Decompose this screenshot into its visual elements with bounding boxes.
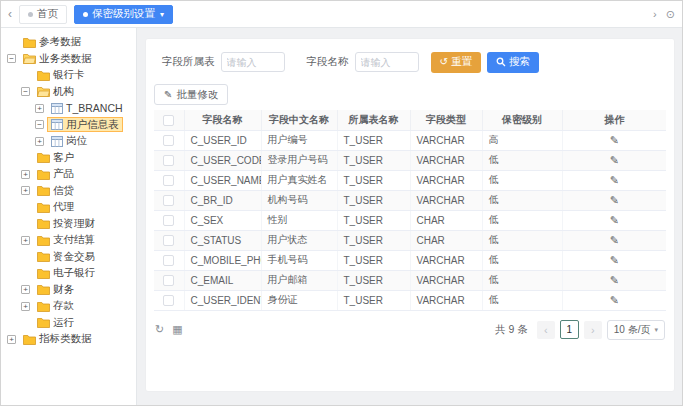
- row-checkbox[interactable]: [163, 155, 174, 166]
- search-button[interactable]: 搜索: [487, 52, 539, 73]
- tree-node-body[interactable]: 客户: [33, 150, 78, 165]
- row-checkbox[interactable]: [163, 135, 174, 146]
- tree-node-body[interactable]: 存款: [33, 299, 78, 314]
- tree-node-body[interactable]: T_BRANCH: [47, 101, 127, 116]
- edit-row-button[interactable]: ✎: [610, 275, 619, 286]
- field-name-input[interactable]: [355, 52, 419, 72]
- row-checkbox[interactable]: [163, 295, 174, 306]
- row-checkbox[interactable]: [163, 195, 174, 206]
- current-page-button[interactable]: 1: [560, 320, 579, 339]
- tab-scroll-left-icon[interactable]: ‹: [8, 7, 12, 21]
- tree-node[interactable]: 资金交易: [5, 249, 134, 266]
- tree-node-body[interactable]: 代理: [33, 200, 78, 215]
- tree-node-body[interactable]: 用户信息表: [47, 117, 123, 132]
- edit-row-button[interactable]: ✎: [610, 215, 619, 226]
- tree-node[interactable]: +岗位: [5, 133, 134, 150]
- sidebar: 参考数据−业务类数据银行卡−机构+T_BRANCH−用户信息表+岗位客户+产品+…: [1, 28, 137, 405]
- tree-node[interactable]: 投资理财: [5, 216, 134, 233]
- tree-node-body[interactable]: 投资理财: [33, 216, 99, 231]
- expand-icon[interactable]: +: [21, 170, 30, 179]
- tree-node[interactable]: +指标类数据: [5, 331, 134, 348]
- tree-node[interactable]: +支付结算: [5, 232, 134, 249]
- tab-secrecy-level-settings[interactable]: 保密级别设置 ▾: [74, 5, 173, 24]
- row-checkbox[interactable]: [163, 255, 174, 266]
- field-table-input[interactable]: [221, 52, 285, 72]
- expand-icon[interactable]: +: [35, 104, 44, 113]
- prev-page-button[interactable]: ‹: [537, 321, 555, 339]
- edit-row-button[interactable]: ✎: [610, 175, 619, 186]
- tree-node-body[interactable]: 电子银行: [33, 266, 99, 281]
- tree-node-body[interactable]: 运行: [33, 315, 78, 330]
- tree-node[interactable]: +产品: [5, 166, 134, 183]
- table-footer: ↻ ▦ 共 9 条 ‹ 1 › 10 条/页 ▾: [154, 320, 666, 340]
- tree-node[interactable]: 运行: [5, 315, 134, 332]
- refresh-icon[interactable]: ↻: [155, 323, 164, 336]
- batch-edit-label: 批量修改: [176, 88, 218, 102]
- next-page-button[interactable]: ›: [584, 321, 602, 339]
- tree-node[interactable]: +财务: [5, 282, 134, 299]
- tree-node-body[interactable]: 资金交易: [33, 249, 99, 264]
- edit-row-button[interactable]: ✎: [610, 235, 619, 246]
- batch-edit-button[interactable]: ✎ 批量修改: [154, 84, 228, 105]
- tree-node[interactable]: 代理: [5, 199, 134, 216]
- folder-icon: [37, 301, 50, 312]
- expand-icon[interactable]: +: [7, 335, 16, 344]
- tree-node[interactable]: +T_BRANCH: [5, 100, 134, 117]
- tree-node-body[interactable]: 银行卡: [33, 68, 89, 83]
- tree-node-body[interactable]: 指标类数据: [19, 332, 96, 347]
- tree-node-label: 支付结算: [53, 233, 95, 247]
- tree-node-body[interactable]: 参考数据: [19, 35, 85, 50]
- edit-row-button[interactable]: ✎: [610, 295, 619, 306]
- cell-field-name: C_USER_IDENTITY: [184, 290, 261, 310]
- row-checkbox[interactable]: [163, 175, 174, 186]
- expand-icon[interactable]: +: [21, 186, 30, 195]
- tree-node[interactable]: −机构: [5, 84, 134, 101]
- edit-row-button[interactable]: ✎: [610, 155, 619, 166]
- tree-node-body[interactable]: 信贷: [33, 183, 78, 198]
- tree-node-body[interactable]: 业务类数据: [19, 51, 96, 66]
- tab-home[interactable]: 首页: [19, 5, 67, 24]
- cell-field-name: C_SEX: [184, 210, 261, 230]
- tree-node-body[interactable]: 产品: [33, 167, 78, 182]
- expand-icon[interactable]: +: [21, 302, 30, 311]
- row-checkbox[interactable]: [163, 275, 174, 286]
- tree-node[interactable]: 参考数据: [5, 34, 134, 51]
- tree-node[interactable]: 银行卡: [5, 67, 134, 84]
- tree-node[interactable]: −用户信息表: [5, 117, 134, 134]
- collapse-icon[interactable]: −: [35, 120, 44, 129]
- tab-menu-icon[interactable]: ⊙: [666, 8, 675, 21]
- tree-node[interactable]: −业务类数据: [5, 51, 134, 68]
- collapse-icon[interactable]: −: [7, 54, 16, 63]
- cell-table-name: T_USER: [337, 190, 410, 210]
- cell-field-type: CHAR: [410, 210, 482, 230]
- edit-row-button[interactable]: ✎: [610, 195, 619, 206]
- tree-node-label: 资金交易: [53, 250, 95, 264]
- table-row: C_SEX性别T_USERCHAR低✎: [154, 210, 666, 230]
- tree-node[interactable]: +信贷: [5, 183, 134, 200]
- tab-scroll-right-icon[interactable]: ›: [653, 8, 657, 20]
- tree-node[interactable]: 电子银行: [5, 265, 134, 282]
- tree-node-body[interactable]: 财务: [33, 282, 78, 297]
- folder-icon: [23, 37, 36, 48]
- cell-field-cn-name: 性别: [261, 210, 337, 230]
- tree-node-body[interactable]: 支付结算: [33, 233, 99, 248]
- chevron-down-icon[interactable]: ▾: [160, 10, 164, 19]
- select-all-checkbox[interactable]: [163, 115, 174, 126]
- row-checkbox[interactable]: [163, 235, 174, 246]
- tree-node-body[interactable]: 岗位: [47, 134, 91, 149]
- edit-row-button[interactable]: ✎: [610, 255, 619, 266]
- expand-icon[interactable]: +: [21, 236, 30, 245]
- tree-node[interactable]: +存款: [5, 298, 134, 315]
- reset-button[interactable]: ↺ 重置: [431, 52, 481, 73]
- edit-row-button[interactable]: ✎: [610, 135, 619, 146]
- expand-icon[interactable]: +: [35, 137, 44, 146]
- row-checkbox[interactable]: [163, 215, 174, 226]
- page-size-select[interactable]: 10 条/页 ▾: [607, 320, 665, 340]
- column-settings-icon[interactable]: ▦: [172, 323, 182, 336]
- tree-node[interactable]: 客户: [5, 150, 134, 167]
- cell-field-name: C_USER_CODE: [184, 150, 261, 170]
- expand-icon[interactable]: +: [21, 285, 30, 294]
- table-row: C_BR_ID机构号码T_USERVARCHAR低✎: [154, 190, 666, 210]
- collapse-icon[interactable]: −: [21, 87, 30, 96]
- tree-node-body[interactable]: 机构: [33, 84, 78, 99]
